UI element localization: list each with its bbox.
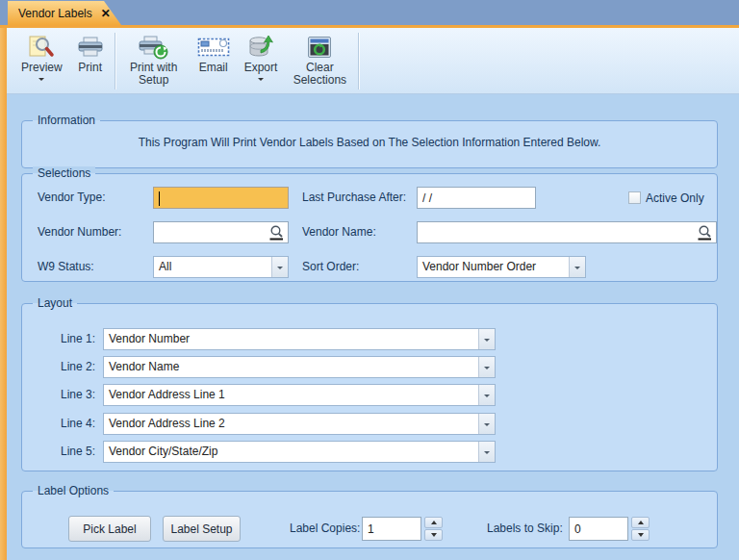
toolbar-separator-2	[358, 33, 359, 89]
tab-underline	[0, 25, 739, 28]
tab-vendor-labels[interactable]: Vendor Labels ✕	[8, 1, 123, 25]
line-1-value: Vendor Number	[104, 329, 478, 349]
labels-to-skip-input[interactable]	[569, 517, 628, 541]
preview-button[interactable]: Preview	[14, 31, 69, 93]
line-1-dropdown-button[interactable]	[478, 329, 495, 349]
line-2-value: Vendor Name	[104, 357, 478, 377]
line-3-select[interactable]: Vendor Address Line 1	[103, 384, 496, 406]
vendor-name-input[interactable]	[417, 221, 717, 243]
information-message: This Program Will Print Vendor Labels Ba…	[22, 136, 717, 149]
print-with-setup-button[interactable]: Print with Setup	[118, 31, 190, 93]
labels-to-skip-up-button[interactable]	[631, 517, 650, 528]
vendor-labels-window: Vendor Labels ✕ Preview	[0, 0, 739, 560]
vendor-number-input[interactable]	[153, 221, 289, 243]
tab-close-icon[interactable]: ✕	[101, 7, 111, 20]
labels-to-skip-down-button[interactable]	[631, 529, 650, 541]
label-copies-stepper	[362, 517, 443, 541]
label-copies-input[interactable]	[362, 517, 421, 541]
clear-selections-label: Clear Selections	[291, 62, 348, 87]
print-button[interactable]: Print	[69, 31, 112, 93]
line-5-value: Vendor City/State/Zip	[104, 442, 478, 462]
w9-status-select[interactable]: All	[153, 256, 289, 278]
print-with-setup-label: Print with Setup	[125, 62, 183, 87]
chevron-down-icon	[574, 267, 580, 272]
chevron-down-icon	[484, 451, 490, 457]
line-5-dropdown-button[interactable]	[478, 442, 495, 462]
line-2-label: Line 2:	[59, 356, 95, 377]
line-3-value: Vendor Address Line 1	[104, 385, 478, 405]
vendor-number-search-icon[interactable]	[266, 223, 287, 242]
export-dropdown-arrow[interactable]	[258, 78, 264, 84]
line-5-select[interactable]: Vendor City/State/Zip	[103, 441, 496, 463]
vendor-number-label: Vendor Number:	[38, 221, 121, 242]
line-2-select[interactable]: Vendor Name	[103, 356, 496, 378]
chevron-up-icon	[638, 518, 644, 524]
information-group: Information This Program Will Print Vend…	[21, 120, 718, 168]
label-copies-label: Label Copies:	[290, 518, 360, 539]
information-group-title: Information	[33, 114, 100, 128]
line-4-label: Line 4:	[59, 413, 95, 434]
preview-label: Preview	[21, 62, 63, 74]
layout-group-title: Layout	[33, 296, 77, 311]
clear-selections-icon	[305, 32, 334, 62]
export-button[interactable]: Export	[238, 31, 285, 93]
line-3-dropdown-button[interactable]	[478, 385, 495, 405]
label-copies-up-button[interactable]	[424, 517, 443, 528]
print-with-setup-icon	[138, 32, 170, 62]
chevron-down-icon	[431, 533, 437, 540]
vendor-name-label: Vendor Name:	[302, 221, 376, 242]
email-icon	[196, 32, 231, 62]
preview-dropdown-arrow[interactable]	[38, 78, 44, 84]
export-icon	[246, 32, 275, 62]
w9-status-dropdown-button[interactable]	[271, 257, 288, 277]
chevron-down-icon	[638, 533, 644, 540]
sort-order-value: Vendor Number Order	[418, 257, 569, 277]
line-1-label: Line 1:	[59, 328, 95, 349]
chevron-down-icon	[484, 339, 490, 344]
vendor-type-input[interactable]	[153, 187, 289, 209]
line-4-value: Vendor Address Line 2	[104, 414, 478, 434]
line-3-label: Line 3:	[59, 384, 95, 405]
chevron-down-icon	[277, 267, 283, 272]
line-4-dropdown-button[interactable]	[478, 414, 495, 434]
preview-icon	[26, 32, 57, 62]
text-caret	[159, 191, 160, 206]
email-button[interactable]: Email	[190, 31, 238, 93]
selections-group-title: Selections	[33, 166, 95, 181]
toolbar-separator	[115, 33, 115, 89]
label-options-group: Label Options Pick Label Label Setup Lab…	[21, 491, 718, 548]
w9-status-label: W9 Status:	[38, 256, 94, 277]
chevron-down-icon	[484, 423, 490, 429]
label-setup-button[interactable]: Label Setup	[163, 516, 241, 542]
pick-label-button[interactable]: Pick Label	[68, 516, 151, 542]
last-purchase-after-label: Last Purchase After:	[302, 187, 406, 208]
email-label: Email	[199, 62, 228, 74]
vendor-type-label: Vendor Type:	[38, 187, 106, 208]
active-only-label: Active Only	[646, 188, 704, 209]
clear-selections-button[interactable]: Clear Selections	[284, 31, 355, 93]
sort-order-select[interactable]: Vendor Number Order	[417, 256, 586, 278]
layout-group: Layout Line 1: Vendor Number Line 2: Ven…	[21, 303, 718, 471]
active-only-checkbox[interactable]	[628, 191, 641, 204]
labels-to-skip-label: Labels to Skip:	[487, 518, 563, 539]
label-options-group-title: Label Options	[33, 484, 114, 498]
line-2-dropdown-button[interactable]	[478, 357, 495, 377]
export-label: Export	[244, 62, 278, 74]
print-label: Print	[78, 62, 102, 74]
print-icon	[76, 32, 105, 62]
line-5-label: Line 5:	[59, 441, 95, 462]
sort-order-label: Sort Order:	[302, 256, 359, 277]
vendor-name-search-icon[interactable]	[694, 223, 715, 242]
chevron-down-icon	[484, 367, 490, 372]
last-purchase-after-input[interactable]	[417, 187, 536, 209]
sort-order-dropdown-button[interactable]	[569, 257, 585, 277]
left-accent-strip	[0, 0, 7, 560]
toolbar: Preview Print	[7, 28, 739, 94]
chevron-up-icon	[431, 518, 437, 524]
line-4-select[interactable]: Vendor Address Line 2	[103, 413, 496, 435]
line-1-select[interactable]: Vendor Number	[103, 328, 496, 350]
label-copies-down-button[interactable]	[424, 529, 443, 541]
tab-title: Vendor Labels	[18, 7, 92, 20]
selections-group: Selections Vendor Type: Last Purchase Af…	[21, 173, 718, 282]
chevron-down-icon	[484, 395, 490, 400]
